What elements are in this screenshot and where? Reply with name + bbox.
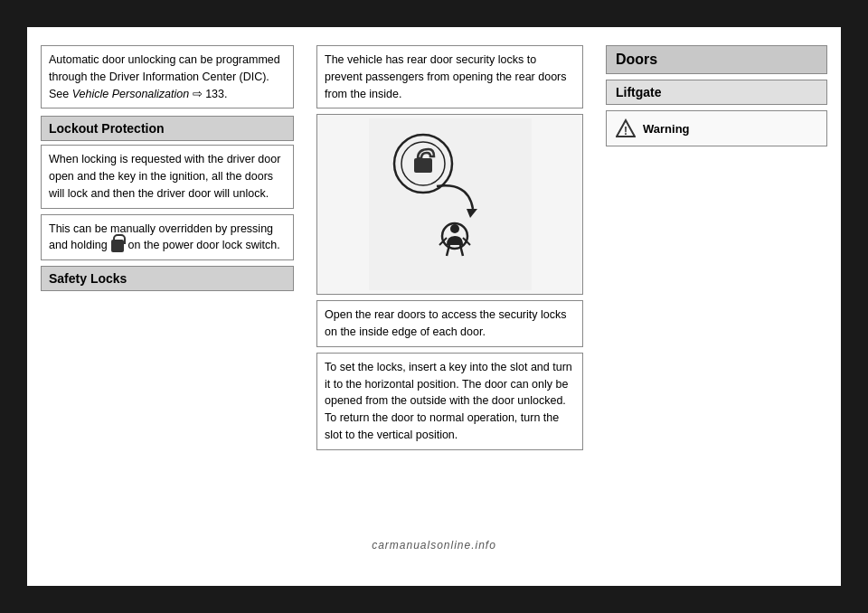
door-lock-image bbox=[316, 114, 583, 295]
left-column: Automatic door unlocking can be programm… bbox=[27, 27, 307, 586]
svg-rect-0 bbox=[369, 118, 532, 290]
door-lock-svg bbox=[369, 118, 532, 290]
mid-caption-text: Open the rear doors to access the securi… bbox=[325, 308, 567, 338]
warning-box: ! Warning bbox=[606, 110, 827, 146]
mid-content-text: To set the locks, insert a key into the … bbox=[325, 361, 572, 441]
intro-box: Automatic door unlocking can be programm… bbox=[41, 45, 294, 108]
lockout-box-1: When locking is requested with the drive… bbox=[41, 145, 294, 208]
warning-triangle-icon: ! bbox=[616, 118, 636, 138]
mid-content-box: To set the locks, insert a key into the … bbox=[316, 353, 583, 450]
lockout-box-2: This can be manually overridden by press… bbox=[41, 214, 294, 261]
mid-intro-text: The vehicle has rear door security locks… bbox=[325, 53, 567, 100]
intro-italic: Vehicle Personalization bbox=[72, 88, 189, 100]
liftgate-subsection-title: Liftgate bbox=[606, 80, 827, 105]
mid-column: The vehicle has rear door security locks… bbox=[307, 27, 597, 586]
svg-rect-3 bbox=[414, 158, 432, 173]
right-column: Doors Liftgate ! Warning bbox=[597, 27, 841, 586]
svg-text:!: ! bbox=[624, 125, 627, 137]
svg-point-6 bbox=[450, 224, 459, 233]
lock-icon bbox=[111, 240, 124, 252]
mid-caption-box: Open the rear doors to access the securi… bbox=[316, 300, 583, 347]
watermark: carmanualsonline.info bbox=[372, 539, 496, 552]
doors-section-title: Doors bbox=[606, 45, 827, 74]
lockout-protection-header: Lockout Protection bbox=[41, 116, 294, 141]
mid-intro-box: The vehicle has rear door security locks… bbox=[316, 45, 583, 108]
warning-label: Warning bbox=[643, 122, 690, 136]
safety-locks-header: Safety Locks bbox=[41, 266, 294, 291]
